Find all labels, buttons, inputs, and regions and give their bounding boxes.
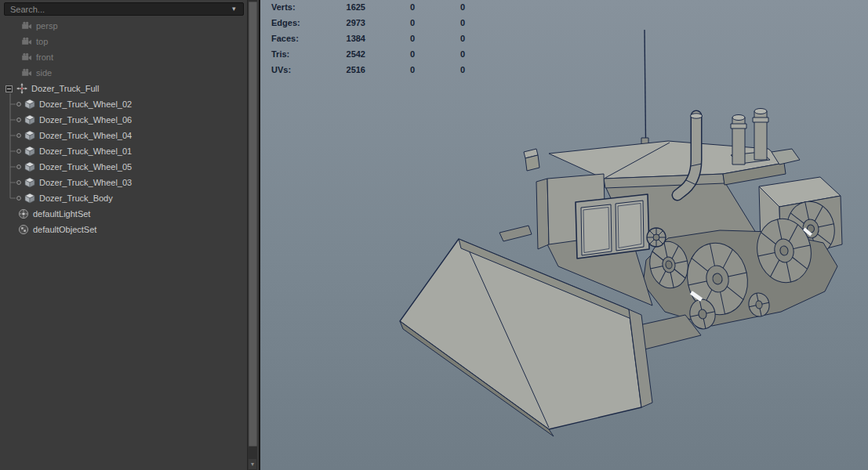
search-dropdown-arrow-icon[interactable]: ▾	[232, 4, 236, 13]
outliner-item-label: defaultObjectSet	[33, 225, 96, 234]
outliner-item-label: Dozer_Truck_Wheel_03	[39, 178, 132, 187]
mesh-node-icon	[24, 177, 35, 188]
object-set-icon	[18, 224, 29, 235]
outliner-item-label: Dozer_Truck_Body	[39, 193, 113, 203]
outliner-item-label: Dozer_Truck_Wheel_02	[39, 99, 132, 109]
outliner-item-dozer-truck-body[interactable]: Dozer_Truck_Body	[0, 190, 246, 206]
outliner-item-label: front	[36, 52, 53, 62]
mesh-node-icon	[24, 114, 35, 125]
mesh-node-icon	[24, 99, 35, 110]
transform-node-icon	[16, 83, 27, 94]
blade-arm-left	[499, 226, 532, 241]
outliner-item-dozer-truck-full[interactable]: Dozer_Truck_Full	[0, 81, 246, 96]
dozer-model[interactable]	[260, 0, 868, 470]
outliner-item-dozer-truck-wheel-06[interactable]: Dozer_Truck_Wheel_06	[0, 112, 246, 128]
exhaust-stack	[731, 115, 746, 165]
mesh-node-icon	[24, 193, 35, 204]
outliner-item-label: persp	[36, 21, 58, 31]
outliner-item-label: Dozer_Truck_Wheel_01	[39, 146, 132, 156]
search-input[interactable]	[4, 2, 244, 16]
mesh-node-icon	[24, 130, 35, 141]
outliner-item-label: Dozer_Truck_Wheel_06	[39, 115, 132, 125]
outliner-item-top[interactable]: top	[0, 34, 246, 49]
winch	[647, 228, 666, 247]
outliner-item-label: Dozer_Truck_Wheel_04	[39, 131, 132, 140]
viewport-3d[interactable]: Verts: 1625 0 0 Edges: 2973 0 0 Faces: 1…	[260, 0, 868, 470]
outliner-item-default-object-set[interactable]: defaultObjectSet	[0, 222, 246, 237]
antenna	[641, 30, 648, 146]
outliner-scrollbar[interactable]: ▾	[247, 0, 257, 470]
maya-window: ▾ persp	[0, 0, 868, 470]
outliner-item-label: side	[36, 68, 52, 78]
camera-icon	[21, 20, 32, 31]
exhaust-stack	[753, 109, 768, 161]
outliner-item-persp[interactable]: persp	[0, 18, 246, 34]
camera-icon	[21, 52, 32, 63]
outliner-item-front[interactable]: front	[0, 49, 246, 65]
outliner-item-label: Dozer_Truck_Full	[31, 84, 99, 93]
outliner-item-dozer-truck-wheel-01[interactable]: Dozer_Truck_Wheel_01	[0, 143, 246, 159]
outliner-item-dozer-truck-wheel-03[interactable]: Dozer_Truck_Wheel_03	[0, 175, 246, 190]
scrollbar-thumb[interactable]	[249, 2, 257, 446]
outliner-item-dozer-truck-wheel-05[interactable]: Dozer_Truck_Wheel_05	[0, 159, 246, 175]
light-set-icon	[18, 208, 29, 219]
camera-icon	[21, 36, 32, 47]
outliner-panel: ▾ persp	[0, 0, 260, 470]
camera-icon	[21, 67, 32, 78]
outliner-item-default-light-set[interactable]: defaultLightSet	[0, 206, 246, 222]
collapse-toggle-icon[interactable]	[5, 85, 13, 92]
front-lamp	[524, 149, 539, 171]
outliner-item-dozer-truck-wheel-02[interactable]: Dozer_Truck_Wheel_02	[0, 96, 246, 112]
outliner-item-side[interactable]: side	[0, 65, 246, 81]
scrollbar-down-button[interactable]: ▾	[249, 459, 256, 469]
outliner-item-dozer-truck-wheel-04[interactable]: Dozer_Truck_Wheel_04	[0, 128, 246, 143]
outliner-item-label: Dozer_Truck_Wheel_05	[39, 162, 132, 172]
mesh-node-icon	[24, 146, 35, 157]
mesh-node-icon	[24, 161, 35, 172]
outliner-item-label: defaultLightSet	[33, 209, 90, 219]
outliner-item-label: top	[36, 37, 48, 46]
